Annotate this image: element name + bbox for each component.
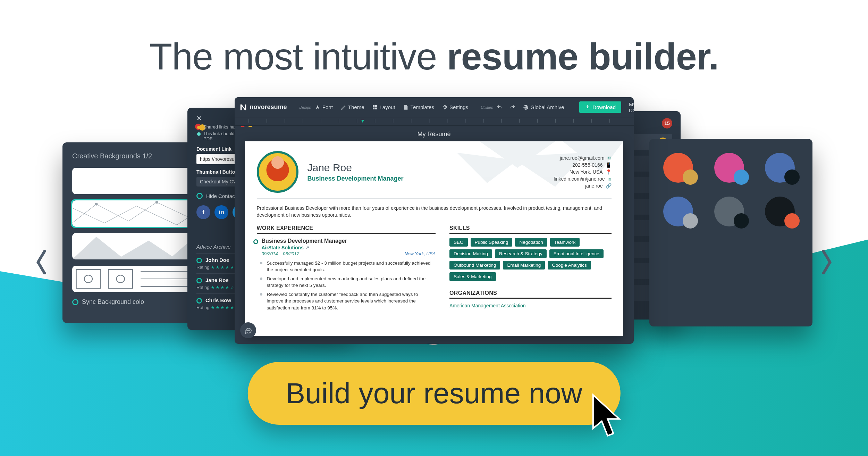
color-swatch[interactable] (714, 153, 744, 183)
optimizer-total-badge: 15 (662, 118, 672, 128)
radio-icon (72, 299, 78, 305)
color-swatch[interactable] (714, 197, 744, 226)
color-swatch-secondary (784, 169, 800, 185)
headline: The most intuitive resume builder. (0, 35, 868, 78)
timeline-dot-icon (253, 239, 258, 244)
radio-icon (196, 278, 202, 283)
editor-topbar: novoresume Design Font Theme Layout Temp… (235, 97, 634, 117)
svg-rect-17 (375, 105, 377, 107)
color-swatch[interactable] (663, 153, 693, 183)
svg-marker-4 (117, 241, 177, 259)
radio-icon (196, 298, 202, 304)
job-bullet[interactable]: Developed and implemented new marketing … (267, 275, 436, 289)
job-dates[interactable]: 09/2014 – 06/2017 (262, 251, 299, 256)
job-location[interactable]: New York, USA (405, 251, 436, 256)
brand-logo[interactable]: novoresume (239, 103, 287, 111)
carousel-prev-icon[interactable] (35, 250, 48, 274)
job-bullet[interactable]: Successfully managed $2 - 3 million budg… (267, 260, 436, 273)
skill-chip[interactable]: Email Marketing (503, 261, 545, 270)
menu-settings[interactable]: Settings (442, 104, 468, 110)
headline-pre: The most intuitive (149, 35, 447, 77)
svg-point-25 (247, 330, 247, 331)
svg-rect-6 (76, 270, 101, 288)
svg-rect-18 (373, 107, 374, 109)
resume-page: Jane Roe Business Development Manager ja… (245, 141, 623, 336)
svg-point-26 (248, 330, 248, 331)
color-swatch[interactable] (663, 197, 693, 226)
undo-button[interactable] (497, 105, 502, 110)
download-button[interactable]: Download (579, 101, 621, 113)
my-documents-link[interactable]: My Documents (629, 101, 633, 113)
svg-rect-19 (375, 107, 377, 109)
skill-chip[interactable]: Sales & Marketing (449, 272, 496, 281)
svg-point-1 (155, 201, 158, 204)
radio-icon (196, 258, 202, 263)
svg-point-27 (249, 330, 250, 331)
color-palette-panel (649, 139, 812, 326)
color-swatch-secondary (784, 213, 800, 229)
cursor-icon (589, 393, 627, 439)
color-swatch-secondary (734, 213, 749, 229)
color-swatch-secondary (683, 213, 698, 229)
headline-strong: resume builder. (447, 35, 719, 77)
svg-point-0 (95, 203, 98, 206)
external-link-icon[interactable]: ↗ (306, 245, 309, 250)
radio-icon (196, 193, 203, 199)
svg-point-8 (84, 275, 92, 283)
color-swatch-secondary (734, 169, 749, 185)
chat-icon[interactable] (240, 322, 256, 338)
utilities-group-label: Utilities (481, 105, 493, 109)
design-group-label: Design (300, 105, 311, 109)
job-title[interactable]: Business Development Manager (262, 238, 436, 244)
menu-layout[interactable]: Layout (372, 104, 395, 110)
skill-chip[interactable]: Google Analytics (548, 261, 591, 270)
job-company[interactable]: AirState Solutions↗ (262, 245, 436, 250)
color-swatch-secondary (683, 169, 698, 185)
build-resume-button[interactable]: Build your resume now (247, 362, 620, 425)
ruler-pointer-icon[interactable]: ▼ (360, 118, 365, 124)
menu-font[interactable]: Font (315, 104, 333, 110)
svg-rect-7 (108, 270, 133, 288)
document-title[interactable]: My Résumé (245, 131, 623, 138)
carousel-next-icon[interactable] (820, 250, 833, 274)
color-swatch[interactable] (765, 153, 795, 183)
menu-theme[interactable]: Theme (340, 104, 364, 110)
share-linkedin-icon[interactable]: in (214, 205, 228, 219)
svg-rect-16 (373, 105, 374, 107)
section-orgs: ORGANIZATIONS (449, 290, 611, 299)
avatar[interactable] (257, 151, 298, 193)
share-facebook-icon[interactable]: f (196, 205, 210, 219)
svg-marker-22 (510, 153, 585, 187)
ruler[interactable]: |||||||||||||||||||||▼ (235, 117, 634, 126)
editor-window: novoresume Design Font Theme Layout Temp… (235, 97, 634, 344)
close-icon[interactable]: × (196, 115, 202, 122)
skill-chip[interactable]: Outbound Marketing (449, 261, 500, 270)
color-swatch[interactable] (765, 197, 795, 226)
menu-templates[interactable]: Templates (403, 104, 434, 110)
sync-label: Sync Background colo (82, 298, 144, 306)
job-bullet[interactable]: Reviewed constantly the customer feedbac… (267, 291, 436, 312)
svg-marker-3 (72, 237, 125, 259)
redo-button[interactable] (510, 105, 515, 110)
menu-global-archive[interactable]: Global Archive (523, 104, 564, 110)
svg-point-9 (117, 275, 125, 283)
org-item[interactable]: American Management Association (449, 303, 611, 308)
